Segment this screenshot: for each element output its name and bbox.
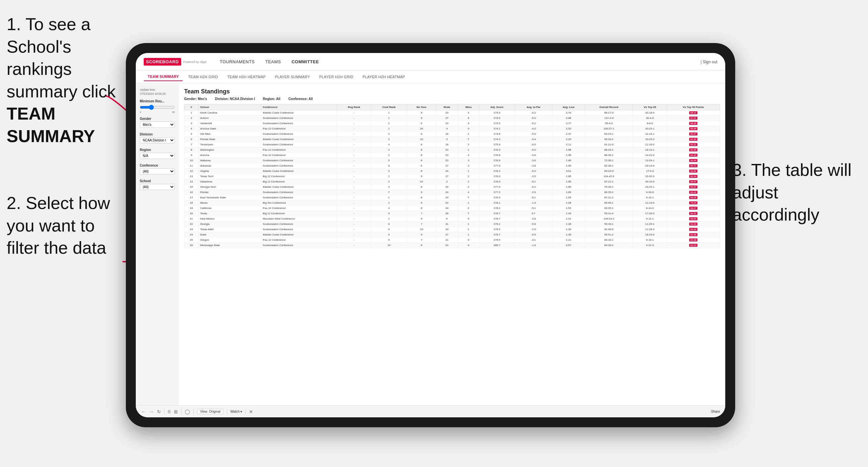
col-conference: Conference [261,104,337,110]
table-row: 26 Mississippi State Southeastern Confer… [184,243,720,248]
instruction-step2: 2. Select how you want to filter the dat… [7,192,110,259]
table-header-section: Team Standings Gender: Men's Division: N… [184,88,720,101]
col-wins: Wins [458,104,479,110]
table-row: 20 Texas Big 12 Conference - 3 7 26 7 27… [184,211,720,216]
col-rnds: Rnds [436,104,458,110]
col-no-tour: No Tour [407,104,436,110]
table-row: 3 Vanderbilt Southeastern Conference - 2… [184,121,720,126]
table-row: 17 East Tennessee State Southeastern Con… [184,195,720,200]
toolbar-forward-icon[interactable]: → [149,409,154,414]
min-rank-slider-area: 4 30 [140,104,175,114]
toolbar-clock-icon[interactable]: ◯ [185,409,190,414]
sub-nav: TEAM SUMMARY TEAM H2H GRID TEAM H2H HEAT… [136,71,725,84]
col-school: School [198,104,261,110]
toolbar-reload-icon[interactable]: ↻ [157,409,161,414]
toolbar-separator-2 [181,409,182,415]
standings-table: # School Conference Reg Rank Conf Rank N… [184,104,720,248]
nav-teams[interactable]: TEAMS [265,57,281,66]
tab-team-h2h-grid[interactable]: TEAM H2H GRID [184,73,222,81]
share-button[interactable]: Share [711,410,720,413]
table-row: 25 Oregon Pac-12 Conference - 5 7 21 0 2… [184,238,720,243]
toolbar-separator-3 [193,409,194,415]
table-row: 21 New Mexico Mountain West Conference -… [184,216,720,222]
toolbar-separator-1 [164,409,164,415]
toolbar-back-icon[interactable]: ← [141,409,146,414]
filter-gender-display: Gender: Men's [184,97,207,101]
instruction-step3: 3. The table will adjust accordingly [732,159,858,226]
table-row: 7 Tennessee Southeastern Conference - 4 … [184,142,720,147]
table-body: 1 North Carolina Atlantic Coast Conferen… [184,110,720,248]
table-row: 9 Arizona Pac-12 Conference - 2 8 23 4 2… [184,153,720,158]
instruction-step3-line1: 3. The table will [732,160,851,180]
top-nav-items: TOURNAMENTS TEAMS COMMITTEE [220,57,701,66]
table-row: 23 Texas A&M Southeastern Conference - 9… [184,227,720,232]
nav-committee[interactable]: COMMITTEE [291,57,319,66]
school-select[interactable]: (All) [140,184,175,190]
tab-team-summary[interactable]: TEAM SUMMARY [144,72,183,81]
region-label: Region [140,148,175,152]
conference-label: Conference [140,164,175,167]
table-row: 13 Texas Tech Big 12 Conference - 1 9 27… [184,174,720,179]
table-row: 2 Auburn Southeastern Conference - 1 9 2… [184,116,720,121]
table-area: Team Standings Gender: Men's Division: N… [179,84,725,405]
top-nav: SCOREBOARD Powered by clippi TOURNAMENTS… [136,53,725,71]
sidebar-filters: Update time: 27/03/2024 16:56:26 Minimum… [136,84,179,405]
instruction-step1: 1. To see a School's rankings summary cl… [7,13,132,148]
table-row: 4 Arizona State Pac-12 Conference - 1 26… [184,126,720,131]
sign-out-link[interactable]: | Sign out [701,60,718,64]
col-adj-score: Adj. Score [479,104,515,110]
tablet-screen: SCOREBOARD Powered by clippi TOURNAMENTS… [136,53,725,417]
toolbar-copy-icon[interactable]: ⎘ [168,409,170,414]
table-row: 22 Georgia Southeastern Conference - 8 7… [184,222,720,227]
region-select[interactable]: N/A All [140,153,175,159]
col-vs-top25: Vs Top 25 [633,104,667,110]
instruction-step2-line3: filter the data [7,238,106,257]
col-avg-low: Avg. Low [552,104,585,110]
tab-player-h2h-heatmap[interactable]: PLAYER H2H HEATMAP [359,73,409,81]
filter-region-display: Region: All [263,97,280,101]
toolbar-grid-icon[interactable]: ⊞ [174,409,178,414]
toolbar-separator-5 [245,409,246,415]
instruction-step2-line2: you want to [7,216,95,235]
logo-area: SCOREBOARD Powered by clippi [144,58,206,66]
table-row: 10 Alabama Southeastern Conference - 5 8… [184,158,720,163]
table-row: 24 Duke Atlantic Coast Conference - 5 9 … [184,232,720,238]
tab-team-h2h-heatmap[interactable]: TEAM H2H HEATMAP [223,73,270,81]
col-reg-rank: Reg Rank [337,104,371,110]
toolbar-separator-4 [227,409,227,415]
table-title: Team Standings [184,88,720,95]
tab-player-h2h-grid[interactable]: PLAYER H2H GRID [315,73,357,81]
division-select[interactable]: NCAA Division I NCAA Division II NCAA Di… [140,137,175,144]
table-row: 18 Illinois Big Ten Conference - 1 9 23 … [184,200,720,206]
instruction-step1-bold: TEAM SUMMARY [7,104,95,146]
main-content: Update time: 27/03/2024 16:56:26 Minimum… [136,84,725,405]
toolbar-flag-icon[interactable]: ✕ [249,409,253,414]
min-rank-slider[interactable] [140,105,175,110]
division-label: Division [140,132,175,136]
view-original-button[interactable]: View: Original [197,409,223,414]
table-row: 6 Florida State Atlantic Coast Conferenc… [184,137,720,142]
instruction-step2-line1: 2. Select how [7,193,110,213]
table-row: 19 California Pac-12 Conference - 4 8 24… [184,206,720,211]
table-row: 14 Oklahoma Big 12 Conference - 2 24 2 2… [184,179,720,185]
conference-select[interactable]: (All) [140,168,175,175]
col-conf-rank: Conf Rank [371,104,407,110]
table-row: 11 Arkansas Southeastern Conference - 6 … [184,163,720,168]
instruction-step1-text: 1. To see a School's rankings summary cl… [7,14,116,101]
update-time: Update time: 27/03/2024 16:56:26 [140,88,175,96]
col-rank: # [184,104,198,110]
logo-box: SCOREBOARD [144,58,181,66]
watch-button[interactable]: Watch ▾ [230,410,242,413]
table-row: 1 North Carolina Atlantic Coast Conferen… [184,110,720,116]
tab-player-summary[interactable]: PLAYER SUMMARY [271,73,314,81]
gender-label: Gender [140,117,175,121]
table-filters-row: Gender: Men's Division: NCAA Division I … [184,97,720,101]
logo-sub: Powered by clippi [183,60,207,64]
table-row: 16 Florida Southeastern Conference - 7 9… [184,190,720,195]
col-vs-top50: Vs Top 50 Points [667,104,720,110]
gender-select[interactable]: Men's Women's [140,122,175,128]
nav-tournaments[interactable]: TOURNAMENTS [220,57,255,66]
table-row: 8 Washington Pac-12 Conference - 2 8 23 … [184,147,720,153]
filter-division-display: Division: NCAA Division I [215,97,255,101]
tablet: SCOREBOARD Powered by clippi TOURNAMENTS… [126,43,735,427]
